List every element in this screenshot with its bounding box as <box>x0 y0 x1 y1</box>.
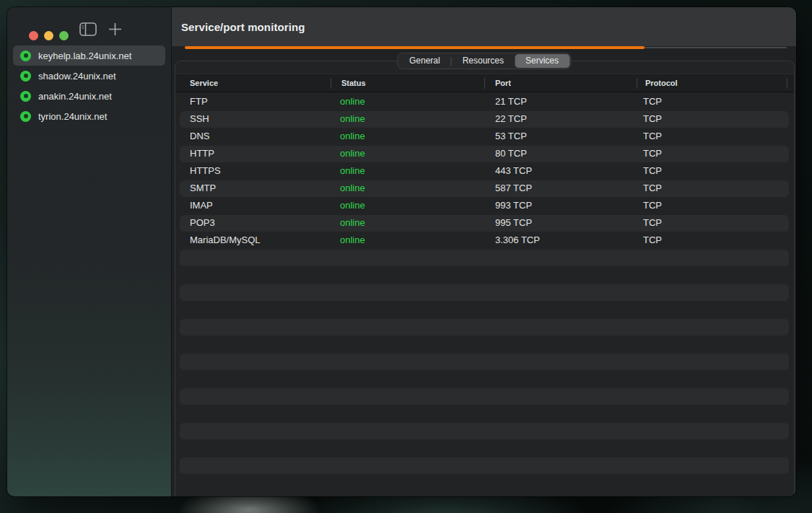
table-row-empty <box>175 318 794 336</box>
port-cell: 993 TCP <box>495 197 532 214</box>
table-row[interactable]: SSHonline22 TCPTCP <box>175 110 794 128</box>
protocol-cell: TCP <box>643 197 662 214</box>
tab-services[interactable]: Services <box>515 54 569 68</box>
protocol-cell: TCP <box>643 162 662 180</box>
port-cell: 3.306 TCP <box>495 232 540 249</box>
server-label: shadow.24unix.net <box>38 71 116 82</box>
tab-general[interactable]: General <box>398 54 451 68</box>
service-cell: POP3 <box>190 214 215 232</box>
column-divider <box>484 78 485 89</box>
column-header-port[interactable]: Port <box>495 74 511 92</box>
table-row-empty <box>175 422 794 439</box>
sidebar-item-server[interactable]: anakin.24unix.net <box>13 86 165 106</box>
protocol-cell: TCP <box>643 180 662 197</box>
table-row-empty <box>175 457 794 474</box>
server-label: keyhelp.lab.24unix.net <box>38 51 131 61</box>
close-button[interactable] <box>29 31 38 40</box>
main-pane: Service/port monitoring General Resource… <box>172 7 796 496</box>
service-cell: FTP <box>190 93 208 110</box>
server-label: anakin.24unix.net <box>38 91 112 102</box>
services-panel: Service Status Port Protocol FTPonline21… <box>175 61 795 496</box>
traffic-lights <box>29 31 69 40</box>
status-cell: online <box>340 128 365 145</box>
table-row-empty <box>175 474 794 491</box>
table-row[interactable]: FTPonline21 TCPTCP <box>175 93 794 110</box>
server-status-icon <box>20 111 31 122</box>
column-divider <box>331 78 331 89</box>
column-header-service[interactable]: Service <box>190 74 218 92</box>
tab-bar: General Resources Services <box>397 53 571 69</box>
server-status-icon <box>20 51 31 61</box>
protocol-cell: TCP <box>643 93 662 110</box>
table-row[interactable]: IMAPonline993 TCPTCP <box>175 197 794 214</box>
table-row-empty <box>175 336 794 353</box>
sidebar-item-server[interactable]: tyrion.24unix.net <box>13 106 165 126</box>
table-row-empty <box>175 266 794 284</box>
table-row[interactable]: SMTPonline587 TCPTCP <box>175 180 794 197</box>
table-row-empty <box>175 439 794 457</box>
column-header-protocol[interactable]: Protocol <box>645 74 678 92</box>
service-cell: DNS <box>190 128 209 145</box>
protocol-cell: TCP <box>643 214 662 232</box>
status-cell: online <box>340 162 365 180</box>
service-cell: IMAP <box>190 197 213 214</box>
column-divider <box>637 78 637 89</box>
table-row-empty <box>175 405 794 422</box>
protocol-cell: TCP <box>643 128 662 145</box>
sidebar-item-server[interactable]: shadow.24unix.net <box>13 66 165 86</box>
table-row-empty <box>175 387 794 405</box>
protocol-cell: TCP <box>643 110 662 128</box>
server-status-icon <box>20 71 31 82</box>
sidebar: keyhelp.lab.24unix.netshadow.24unix.neta… <box>7 7 172 496</box>
tab-resources[interactable]: Resources <box>452 54 515 68</box>
table-row[interactable]: DNSonline53 TCPTCP <box>175 128 794 145</box>
service-cell: SMTP <box>190 180 216 197</box>
status-cell: online <box>340 214 365 232</box>
column-divider <box>787 78 787 89</box>
titlebar: Service/port monitoring <box>172 7 796 46</box>
content-area: General Resources Services Service Statu… <box>172 49 796 496</box>
table-header: Service Status Port Protocol <box>175 74 794 92</box>
table-row-empty <box>175 370 794 387</box>
port-cell: 995 TCP <box>495 214 532 232</box>
column-header-status[interactable]: Status <box>341 74 366 92</box>
sidebar-item-server[interactable]: keyhelp.lab.24unix.net <box>13 45 165 66</box>
status-cell: online <box>340 197 365 214</box>
table-row[interactable]: HTTPonline80 TCPTCP <box>175 145 794 162</box>
service-cell: HTTPS <box>190 162 221 180</box>
zoom-button[interactable] <box>59 31 69 40</box>
table-row-empty <box>175 301 794 318</box>
table-row-empty <box>175 284 794 301</box>
app-window: keyhelp.lab.24unix.netshadow.24unix.neta… <box>7 7 796 496</box>
table-row-empty <box>175 249 794 266</box>
service-cell: HTTP <box>190 145 214 162</box>
server-status-icon <box>20 91 31 102</box>
status-cell: online <box>340 232 365 249</box>
status-cell: online <box>340 180 365 197</box>
minimize-button[interactable] <box>44 31 53 40</box>
page-title: Service/port monitoring <box>181 21 305 33</box>
protocol-cell: TCP <box>643 232 662 249</box>
sidebar-toolbar <box>79 22 123 37</box>
port-cell: 21 TCP <box>495 93 527 110</box>
status-cell: online <box>340 110 365 128</box>
server-list: keyhelp.lab.24unix.netshadow.24unix.neta… <box>7 45 171 126</box>
table-body: FTPonline21 TCPTCPSSHonline22 TCPTCPDNSo… <box>175 93 794 496</box>
status-cell: online <box>340 93 365 110</box>
add-server-button[interactable] <box>108 22 123 37</box>
service-cell: SSH <box>190 110 209 128</box>
table-row-empty <box>175 353 794 370</box>
server-label: tyrion.24unix.net <box>38 111 107 122</box>
port-cell: 22 TCP <box>495 110 527 128</box>
table-row[interactable]: POP3online995 TCPTCP <box>175 214 794 232</box>
table-row[interactable]: HTTPSonline443 TCPTCP <box>175 162 794 180</box>
port-cell: 443 TCP <box>495 162 532 180</box>
port-cell: 587 TCP <box>495 180 532 197</box>
port-cell: 53 TCP <box>495 128 527 145</box>
port-cell: 80 TCP <box>495 145 527 162</box>
table-row[interactable]: MariaDB/MySQLonline3.306 TCPTCP <box>175 232 794 249</box>
desktop-background: keyhelp.lab.24unix.netshadow.24unix.neta… <box>0 0 812 513</box>
status-cell: online <box>340 145 365 162</box>
sidebar-toggle-icon[interactable] <box>79 22 97 36</box>
protocol-cell: TCP <box>643 145 662 162</box>
